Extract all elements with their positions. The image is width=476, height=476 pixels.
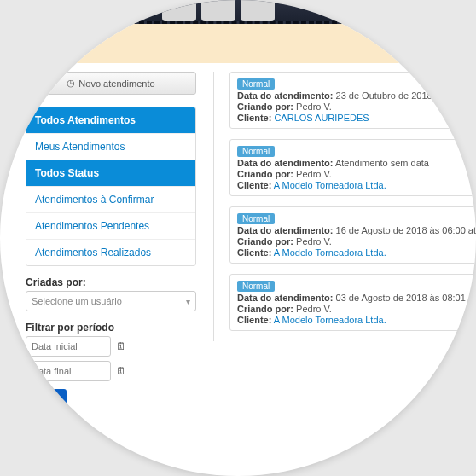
creator-label: Criando por:	[237, 236, 293, 247]
created-by-select[interactable]: Selecione um usuário	[26, 291, 196, 311]
creator-value: Pedro V.	[296, 102, 332, 112]
period-label: Filtrar por período	[26, 322, 196, 334]
client-link[interactable]: A Modelo Torneadora Ltda.	[274, 247, 386, 258]
clock-icon	[67, 78, 75, 89]
sidebar-item-5[interactable]: Atendimentos Realizados	[26, 240, 195, 265]
page-title: entos	[0, 36, 28, 50]
top-navbar	[0, 0, 476, 24]
date-value: 23 de Outubro de 2018 às 1	[336, 90, 453, 101]
sidebar-item-2[interactable]: Todos Status	[26, 160, 195, 187]
creator-label: Criando por:	[237, 169, 293, 179]
creator-label: Criando por:	[237, 102, 293, 112]
created-by-label: Criadas por:	[26, 276, 196, 288]
filter-button[interactable]: Filtrar	[26, 389, 67, 408]
creator-label: Criando por:	[237, 304, 293, 314]
sidebar-item-0[interactable]: Todos Atendimentos	[26, 107, 195, 134]
appointment-card[interactable]: NormalData do atendimento: 03 de Agosto …	[229, 274, 476, 331]
date-label: Data do atendimento:	[237, 158, 333, 168]
creator-value: Pedro V.	[296, 169, 332, 179]
calendar-icon[interactable]: 🗓	[113, 365, 129, 377]
date-end-input[interactable]	[26, 361, 111, 381]
sidebar-item-3[interactable]: Atendimentos à Confirmar	[26, 187, 195, 213]
creator-value: Pedro V.	[296, 236, 332, 247]
appointment-card[interactable]: NormalData do atendimento: Atendimento s…	[229, 139, 476, 196]
date-value: 16 de Agosto de 2018 às 06:00 ate	[336, 225, 476, 235]
date-value: Atendimento sem data	[335, 158, 429, 168]
chevron-down-icon	[186, 296, 190, 306]
page-header: entos	[0, 24, 476, 63]
date-label: Data do atendimento:	[237, 225, 333, 235]
new-appointment-button[interactable]: Novo atendimento	[26, 72, 196, 95]
status-badge: Normal	[237, 281, 275, 292]
date-label: Data do atendimento:	[237, 293, 333, 303]
appointment-card[interactable]: NormalData do atendimento: 16 de Agosto …	[229, 206, 476, 264]
nav-icon[interactable]	[241, 0, 275, 21]
main-list: NormalData do atendimento: 23 de Outubro…	[213, 72, 476, 341]
status-badge: Normal	[237, 213, 275, 224]
nav-icon[interactable]	[162, 0, 196, 21]
sidebar-item-1[interactable]: Meus Atendimentos	[26, 134, 195, 160]
client-link[interactable]: CARLOS AURIPEDES	[274, 113, 369, 123]
nav-icon[interactable]	[201, 0, 235, 21]
new-appointment-label: Novo atendimento	[78, 78, 154, 89]
date-label: Data do atendimento:	[237, 90, 333, 101]
client-label: Cliente:	[237, 180, 271, 190]
calendar-icon[interactable]: 🗓	[113, 340, 129, 352]
sidebar-menu: Todos AtendimentosMeus AtendimentosTodos…	[26, 107, 196, 266]
client-label: Cliente:	[237, 247, 271, 258]
date-value: 03 de Agosto de 2018 às 08:01	[336, 293, 466, 303]
created-by-placeholder: Selecione um usuário	[32, 296, 122, 306]
client-link[interactable]: A Modelo Torneadora Ltda.	[274, 180, 386, 190]
creator-value: Pedro V.	[296, 304, 332, 314]
client-link[interactable]: A Modelo Torneadora Ltda.	[274, 315, 386, 325]
date-start-input[interactable]	[26, 336, 111, 357]
status-badge: Normal	[237, 78, 275, 90]
sidebar-item-4[interactable]: Atendimentos Pendentes	[26, 213, 195, 240]
sidebar: Novo atendimento Todos AtendimentosMeus …	[26, 72, 196, 408]
status-badge: Normal	[237, 146, 275, 157]
appointment-card[interactable]: NormalData do atendimento: 23 de Outubro…	[229, 72, 476, 129]
client-label: Cliente:	[237, 113, 271, 123]
client-label: Cliente:	[237, 315, 271, 325]
